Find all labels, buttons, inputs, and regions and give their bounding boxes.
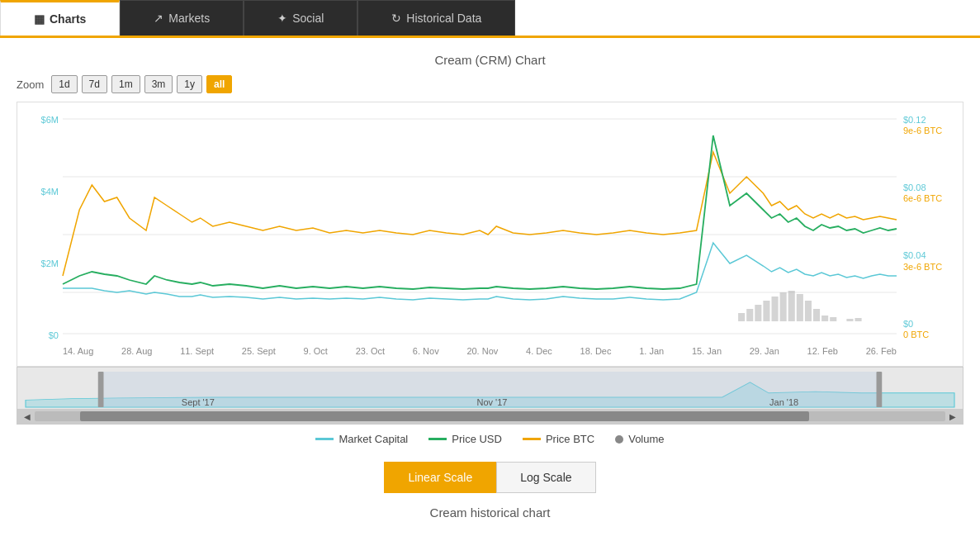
legend-market-capital-line xyxy=(315,438,334,440)
legend-price-usd: Price USD xyxy=(428,433,502,445)
y-label-6m: $6M xyxy=(17,115,59,125)
zoom-all[interactable]: all xyxy=(206,75,232,93)
legend-volume-circle xyxy=(615,435,623,444)
scroll-track[interactable] xyxy=(35,411,945,421)
svg-rect-12 xyxy=(797,294,803,321)
legend-market-capital: Market Capital xyxy=(315,433,408,445)
legend-price-btc-label: Price BTC xyxy=(546,433,594,445)
x-label-11: 15. Jan xyxy=(692,346,722,356)
x-label-4: 9. Oct xyxy=(304,346,328,356)
x-label-8: 4. Dec xyxy=(526,346,552,356)
svg-rect-10 xyxy=(780,292,787,321)
zoom-7d[interactable]: 7d xyxy=(82,75,107,93)
zoom-3m[interactable]: 3m xyxy=(144,75,173,93)
svg-rect-14 xyxy=(813,309,820,321)
svg-rect-7 xyxy=(755,305,761,321)
svg-rect-8 xyxy=(763,301,769,321)
svg-rect-11 xyxy=(788,291,795,321)
history-icon: ↻ xyxy=(391,12,401,25)
mini-chart-inner xyxy=(26,372,954,407)
y-right-btc-3: 3e-6 BTC xyxy=(903,262,959,273)
zoom-label: Zoom xyxy=(17,78,44,91)
x-label-13: 12. Feb xyxy=(807,346,838,356)
y-right-usd-1: $0.12 xyxy=(903,115,959,126)
tab-charts[interactable]: ▦ Charts xyxy=(0,0,120,36)
x-label-14: 26. Feb xyxy=(866,346,897,356)
chart-svg-area xyxy=(63,111,897,344)
y-right-btc-4: 0 BTC xyxy=(903,330,959,340)
mini-right-handle[interactable] xyxy=(877,372,883,407)
price-usd-line xyxy=(63,135,897,289)
svg-rect-18 xyxy=(855,318,862,321)
y-right-usd-3: $0.04 xyxy=(903,250,959,261)
nav-tabs: ▦ Charts ↗ Markets ✦ Social ↻ Historical… xyxy=(0,0,980,38)
mini-scrollbar: ◀ ▶ xyxy=(17,409,963,424)
legend-volume-label: Volume xyxy=(628,433,664,445)
y-right-btc-2: 6e-6 BTC xyxy=(903,193,959,204)
log-scale-button[interactable]: Log Scale xyxy=(496,462,595,493)
y-right-btc-1: 9e-6 BTC xyxy=(903,126,959,136)
legend-market-capital-label: Market Capital xyxy=(339,433,408,445)
zoom-1m[interactable]: 1m xyxy=(111,75,140,93)
y-axis-left: Market Capital $6M $4M $2M $0 xyxy=(17,111,63,344)
x-label-1: 28. Aug xyxy=(121,346,152,356)
tab-social[interactable]: ✦ Social xyxy=(244,0,357,36)
x-axis: 14. Aug 28. Aug 11. Sept 25. Sept 9. Oct… xyxy=(17,344,963,356)
svg-rect-15 xyxy=(821,316,828,321)
mini-selection xyxy=(100,372,880,407)
x-label-7: 20. Nov xyxy=(466,346,498,356)
price-btc-line xyxy=(63,152,897,276)
mini-chart-svg xyxy=(26,372,954,407)
scale-buttons: Linear Scale Log Scale xyxy=(17,462,963,493)
x-label-12: 29. Jan xyxy=(750,346,779,356)
y-label-2m: $2M xyxy=(17,259,59,268)
svg-rect-17 xyxy=(846,319,853,321)
x-label-5: 23. Oct xyxy=(356,346,385,356)
chart-title: Cream (CRM) Chart xyxy=(17,53,963,67)
trending-icon: ↗ xyxy=(154,12,163,25)
tab-historical[interactable]: ↻ Historical Data xyxy=(357,0,515,36)
y-right-usd-4: $0 xyxy=(903,319,959,330)
chart-wrap: Market Capital $6M $4M $2M $0 xyxy=(17,111,963,344)
svg-rect-13 xyxy=(805,301,812,321)
x-label-9: 18. Dec xyxy=(580,346,612,356)
scroll-left-arrow[interactable]: ◀ xyxy=(24,412,31,421)
page-content: Cream (CRM) Chart Zoom 1d 7d 1m 3m 1y al… xyxy=(0,38,980,540)
scroll-thumb[interactable] xyxy=(80,411,808,421)
linear-scale-button[interactable]: Linear Scale xyxy=(384,462,496,493)
y-label-0: $0 xyxy=(17,330,59,340)
volume-bars xyxy=(738,291,861,321)
legend-price-btc: Price BTC xyxy=(523,433,594,445)
x-label-10: 1. Jan xyxy=(639,346,664,356)
legend-price-usd-label: Price USD xyxy=(452,433,502,445)
market-cap-line xyxy=(63,243,897,300)
tab-markets-label: Markets xyxy=(168,12,210,25)
tab-charts-label: Charts xyxy=(50,12,86,26)
svg-rect-16 xyxy=(830,317,836,321)
zoom-1d[interactable]: 1d xyxy=(51,75,77,93)
legend-price-usd-line xyxy=(428,438,447,440)
svg-rect-5 xyxy=(738,313,745,321)
y-axis-right: $0.12 9e-6 BTC $0.08 6e-6 BTC $0.04 3e-6… xyxy=(897,111,963,344)
main-chart-container: Market Capital $6M $4M $2M $0 xyxy=(17,102,963,367)
tab-social-label: Social xyxy=(292,12,324,25)
x-label-2: 11. Sept xyxy=(180,346,214,356)
legend-volume: Volume xyxy=(615,433,664,445)
tab-markets[interactable]: ↗ Markets xyxy=(120,0,244,36)
bar-chart-icon: ▦ xyxy=(34,12,45,26)
scroll-right-arrow[interactable]: ▶ xyxy=(949,412,956,421)
svg-rect-6 xyxy=(746,309,753,321)
x-label-0: 14. Aug xyxy=(63,346,93,356)
legend-price-btc-line xyxy=(523,438,541,440)
zoom-row: Zoom 1d 7d 1m 3m 1y all xyxy=(17,75,963,93)
x-label-3: 25. Sept xyxy=(242,346,276,356)
footer-title: Cream historical chart xyxy=(17,505,963,532)
chart-legend: Market Capital Price USD Price BTC Volum… xyxy=(17,425,963,449)
share-icon: ✦ xyxy=(277,12,287,25)
x-label-6: 6. Nov xyxy=(413,346,439,356)
tab-historical-label: Historical Data xyxy=(406,12,481,25)
zoom-1y[interactable]: 1y xyxy=(177,75,202,93)
mini-chart: Sept '17 Nov '17 Jan '18 ◀ ▶ xyxy=(17,367,963,425)
mini-left-handle[interactable] xyxy=(98,372,104,407)
svg-rect-9 xyxy=(772,297,779,321)
